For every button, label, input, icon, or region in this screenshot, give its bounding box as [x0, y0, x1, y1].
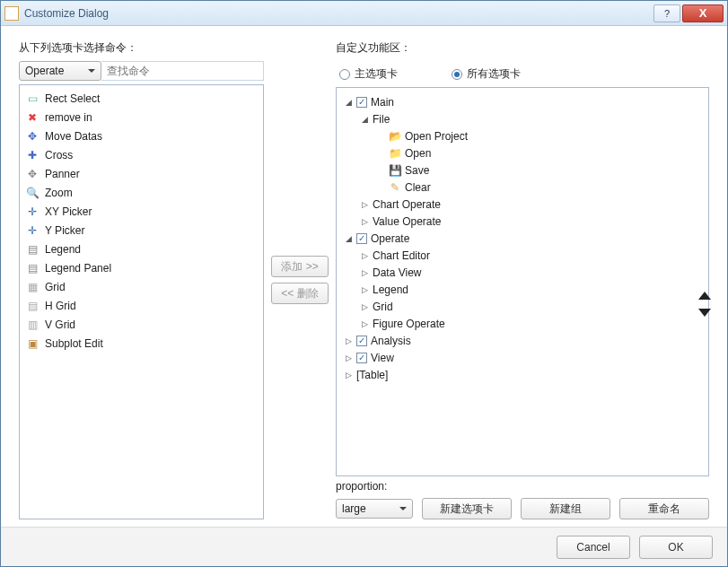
tree-node[interactable]: ▷Grid: [360, 298, 705, 315]
rename-button[interactable]: 重命名: [619, 498, 709, 519]
category-dropdown[interactable]: Operate: [19, 61, 101, 81]
expand-icon[interactable]: ▷: [360, 319, 369, 328]
list-item[interactable]: ✥Panner: [20, 164, 263, 183]
radio-all-label: 所有选项卡: [467, 66, 521, 82]
ribbon-tree[interactable]: ◢✓Main◢File▷📂Open Project▷📁Open▷💾Save▷✎C…: [336, 87, 709, 476]
command-icon: ✛: [25, 223, 39, 238]
proportion-label: proportion:: [336, 480, 709, 493]
command-icon: ✥: [25, 129, 39, 144]
list-item[interactable]: ✚Cross: [20, 145, 263, 164]
tree-node[interactable]: ▷✎Clear: [376, 179, 705, 196]
list-item[interactable]: ▭Rect Select: [20, 89, 263, 108]
tree-node-label: Save: [405, 164, 429, 177]
expand-icon[interactable]: ▷: [360, 251, 369, 260]
customize-dialog: Customize Dialog ? X 从下列选项卡选择命令： Operate…: [0, 0, 728, 567]
tree-node[interactable]: ▷Legend: [360, 281, 705, 298]
tree-node[interactable]: ▷Data View: [360, 264, 705, 281]
tab-filter-radios: 主选项卡 所有选项卡: [339, 66, 709, 82]
command-icon: 🔍: [25, 186, 39, 200]
expand-icon[interactable]: ▷: [344, 371, 353, 379]
tree-node-label: [Table]: [356, 369, 388, 381]
tree-node[interactable]: ▷✓View: [344, 349, 705, 366]
expand-icon[interactable]: ▷: [360, 268, 369, 277]
list-item[interactable]: 🔍Zoom: [20, 183, 263, 202]
checkbox[interactable]: ✓: [356, 233, 367, 244]
expand-icon[interactable]: ▷: [360, 217, 369, 226]
command-icon: ▭: [25, 92, 39, 106]
new-tab-button[interactable]: 新建选项卡: [422, 498, 512, 519]
list-item[interactable]: ✛Y Picker: [20, 221, 263, 240]
add-button[interactable]: 添加 >>: [271, 256, 329, 277]
help-button[interactable]: ?: [653, 4, 680, 22]
tree-node[interactable]: ◢✓Main: [344, 93, 705, 110]
tree-node[interactable]: ◢✓Operate: [344, 230, 705, 247]
window-buttons: ? X: [652, 4, 724, 22]
command-icon: ▣: [25, 336, 39, 351]
tree-node[interactable]: ▷Chart Operate: [360, 196, 705, 213]
tree-node[interactable]: ▷✓Analysis: [344, 332, 705, 349]
expand-icon[interactable]: ▷: [344, 353, 353, 362]
list-item[interactable]: ▤Legend: [20, 240, 263, 258]
radio-main-tabs[interactable]: 主选项卡: [339, 66, 398, 82]
list-item[interactable]: ▦Grid: [20, 277, 263, 296]
tree-node[interactable]: ▷📁Open: [376, 144, 705, 161]
tree-node-label: Open: [405, 147, 431, 160]
command-label: Move Datas: [45, 130, 102, 143]
tree-node-label: Chart Operate: [373, 198, 441, 211]
command-icon: ✖: [25, 110, 39, 125]
list-item[interactable]: ✛XY Picker: [20, 202, 263, 221]
move-down-button[interactable]: [698, 309, 711, 317]
tree-node[interactable]: ▷💾Save: [376, 161, 705, 179]
radio-dot-icon: [452, 69, 462, 80]
checkbox[interactable]: ✓: [356, 97, 367, 108]
tree-node[interactable]: ▷Value Operate: [360, 213, 705, 230]
checkbox[interactable]: ✓: [356, 336, 367, 346]
proportion-dropdown[interactable]: large: [336, 499, 413, 519]
chevron-down-icon: [88, 69, 95, 73]
collapse-icon[interactable]: ◢: [344, 98, 353, 107]
command-label: XY Picker: [45, 205, 92, 218]
list-item[interactable]: ✖remove in: [20, 108, 263, 126]
radio-all-tabs[interactable]: 所有选项卡: [452, 66, 521, 82]
search-input[interactable]: [101, 61, 264, 81]
tree-node[interactable]: ▷[Table]: [344, 366, 705, 383]
cancel-button[interactable]: Cancel: [557, 536, 630, 559]
ribbon-label: 自定义功能区：: [336, 40, 709, 56]
commands-list[interactable]: ▭Rect Select✖remove in✥Move Datas✚Cross✥…: [19, 84, 264, 519]
checkbox[interactable]: ✓: [356, 353, 367, 363]
ok-button[interactable]: OK: [639, 536, 713, 559]
list-item[interactable]: ▤Legend Panel: [20, 258, 263, 277]
tree-node-icon: 📁: [389, 147, 401, 160]
collapse-icon[interactable]: ◢: [344, 234, 353, 243]
tree-node-label: Legend: [373, 284, 408, 296]
tree-node-label: Value Operate: [373, 215, 442, 228]
list-item[interactable]: ▥V Grid: [20, 315, 263, 334]
category-dropdown-value: Operate: [25, 65, 64, 77]
remove-button[interactable]: << 删除: [271, 283, 329, 304]
expand-icon[interactable]: ▷: [360, 285, 369, 294]
list-item[interactable]: ✥Move Datas: [20, 126, 263, 145]
new-group-button[interactable]: 新建组: [521, 498, 610, 519]
list-item[interactable]: ▣Subplot Edit: [20, 334, 263, 353]
tree-node[interactable]: ▷Figure Operate: [360, 315, 705, 332]
move-up-button[interactable]: [698, 292, 711, 300]
command-icon: ▤: [25, 261, 39, 275]
command-label: Zoom: [45, 187, 73, 199]
tree-node[interactable]: ▷📂Open Project: [376, 127, 705, 144]
command-label: Panner: [45, 168, 80, 180]
expand-icon[interactable]: ▷: [360, 200, 369, 209]
dialog-footer: Cancel OK: [1, 527, 727, 566]
ribbon-panel: 自定义功能区： 主选项卡 所有选项卡 ◢✓Main◢File▷📂Open Pro…: [336, 40, 709, 519]
tree-node[interactable]: ▷Chart Editor: [360, 247, 705, 264]
expand-icon[interactable]: ▷: [344, 336, 353, 345]
command-label: H Grid: [45, 300, 76, 312]
tree-node[interactable]: ◢File: [360, 110, 705, 127]
tree-node-label: Main: [371, 96, 394, 109]
expand-icon[interactable]: ▷: [360, 302, 369, 311]
command-label: remove in: [45, 111, 92, 124]
command-icon: ▦: [25, 280, 39, 294]
command-label: V Grid: [45, 318, 75, 331]
collapse-icon[interactable]: ◢: [360, 115, 369, 124]
close-button[interactable]: X: [682, 4, 724, 22]
list-item[interactable]: ▤H Grid: [20, 296, 263, 315]
